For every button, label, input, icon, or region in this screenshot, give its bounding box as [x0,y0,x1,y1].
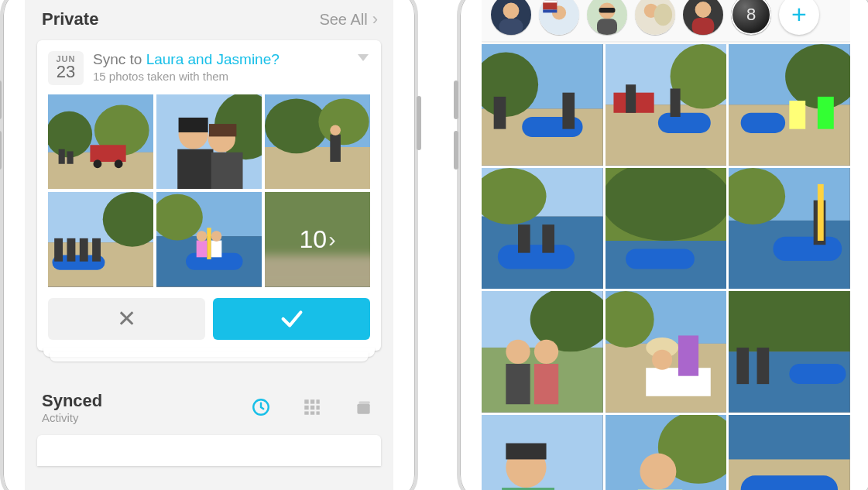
svg-point-68 [654,3,672,26]
svg-rect-94 [498,245,575,269]
photo-cell[interactable] [606,168,727,290]
photo-cell[interactable] [482,168,603,290]
photo-cell[interactable] [729,44,850,166]
svg-rect-123 [790,364,846,384]
svg-rect-60 [543,9,557,12]
checkmark-icon [279,306,305,332]
photo-cell[interactable] [729,291,850,413]
svg-rect-112 [506,364,530,404]
svg-rect-128 [506,444,546,460]
sync-names[interactable]: Laura and Jasmine? [146,51,280,67]
svg-rect-65 [597,19,617,35]
svg-rect-47 [310,406,314,409]
svg-rect-16 [211,152,243,190]
photo-thumbnail[interactable] [265,94,370,189]
svg-rect-88 [741,113,785,133]
tab-activity[interactable] [251,397,271,417]
avatar-overflow-count[interactable]: 8 [731,0,771,35]
svg-rect-14 [209,124,236,136]
photo-cell[interactable] [606,415,727,490]
svg-rect-76 [494,97,506,129]
svg-rect-4 [90,145,125,162]
see-all-link[interactable]: See All › [319,11,378,29]
svg-rect-43 [304,400,308,404]
svg-rect-18 [265,147,370,189]
sync-subtitle: 15 photos taken with them [93,70,370,83]
svg-rect-27 [54,238,63,262]
svg-point-22 [330,125,341,135]
photo-cell[interactable] [729,168,850,290]
svg-rect-37 [211,241,222,258]
svg-rect-124 [737,348,750,384]
svg-rect-82 [658,113,711,133]
svg-point-99 [606,168,727,241]
svg-rect-90 [818,97,834,129]
svg-rect-84 [670,88,680,117]
svg-rect-117 [646,368,711,397]
tab-grid[interactable] [302,397,322,417]
svg-point-2 [48,111,92,158]
avatar[interactable] [587,0,627,35]
photo-cell[interactable] [606,291,727,413]
photo-cell[interactable] [482,291,603,413]
tab-albums[interactable] [353,397,373,417]
avatar[interactable] [683,0,723,35]
more-count: 10 [300,225,328,254]
photo-thumbnail[interactable] [156,192,262,286]
avatar[interactable] [491,0,531,35]
volume-up-button [454,81,458,119]
svg-point-19 [265,98,328,153]
photo-thumbnail[interactable] [48,94,153,189]
stack-icon [353,397,373,417]
phone-frame-left: Private See All › JUN 23 Sync to Laura a… [0,0,418,490]
svg-rect-8 [67,151,73,163]
svg-rect-50 [310,412,314,415]
clock-icon [251,397,271,417]
add-person-button[interactable]: + [779,0,819,35]
dismiss-button[interactable]: ✕ [48,298,205,340]
activity-card-peek[interactable] [37,435,381,466]
svg-rect-106 [818,184,824,241]
chevron-right-icon: › [328,228,335,252]
private-section-header: Private See All › [25,0,393,40]
svg-point-111 [534,340,558,364]
svg-point-70 [695,2,712,18]
more-photos-tile[interactable]: 10› [265,192,370,286]
confirm-button[interactable] [213,298,370,340]
chevron-down-icon[interactable] [358,54,369,61]
svg-point-132 [640,454,676,490]
photo-thumbnail[interactable] [156,94,262,189]
svg-rect-71 [692,17,715,34]
photo-cell[interactable] [482,415,603,490]
svg-point-20 [318,98,369,145]
volume-down-button [454,131,458,170]
photo-preview-grid: 10› [48,94,370,287]
photo-cell[interactable] [606,44,727,166]
screen-left: Private See All › JUN 23 Sync to Laura a… [25,0,393,490]
svg-rect-12 [179,118,208,132]
svg-rect-28 [67,238,75,262]
photo-grid[interactable] [482,42,850,490]
photo-cell[interactable] [482,44,603,166]
svg-point-5 [93,159,101,168]
sync-suggestion-card[interactable]: JUN 23 Sync to Laura and Jasmine? 15 pho… [37,40,381,351]
svg-rect-15 [177,149,213,190]
photo-thumbnail[interactable] [48,192,153,286]
volume-down-button [0,131,2,170]
svg-rect-56 [499,19,523,35]
svg-rect-96 [542,224,554,253]
avatar[interactable] [635,0,675,35]
photo-cell[interactable] [729,415,850,490]
screen-right: 8 + [482,0,850,490]
svg-rect-121 [729,291,850,351]
avatar[interactable] [539,0,579,35]
date-badge: JUN 23 [48,51,84,85]
svg-rect-51 [316,412,319,415]
svg-point-38 [197,231,208,242]
svg-point-120 [652,350,672,370]
svg-rect-135 [729,415,850,459]
phone-frame-right: 8 + [457,0,868,490]
svg-rect-53 [359,402,370,404]
svg-rect-7 [59,149,65,164]
svg-rect-49 [304,412,308,415]
